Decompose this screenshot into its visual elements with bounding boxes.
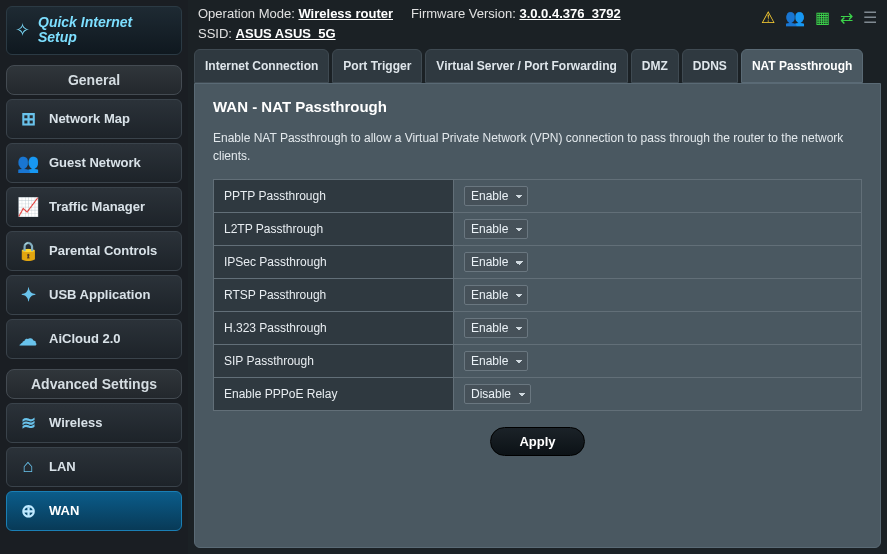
fw-link[interactable]: 3.0.0.4.376_3792 (519, 6, 620, 21)
sidebar-item-wan[interactable]: ⊕ WAN (6, 491, 182, 531)
advanced-section-header: Advanced Settings (6, 369, 182, 399)
setting-label: IPSec Passthrough (214, 246, 454, 279)
op-mode-link[interactable]: Wireless router (298, 6, 393, 21)
sidebar-item-guest-network[interactable]: 👥 Guest Network (6, 143, 182, 183)
network-map-icon: ⊞ (17, 108, 39, 130)
setting-row: L2TP PassthroughEnable (214, 213, 862, 246)
main-area: Operation Mode: Wireless router Firmware… (188, 0, 887, 554)
setting-label: SIP Passthrough (214, 345, 454, 378)
setting-value-cell: Enable (454, 246, 862, 279)
general-section-header: General (6, 65, 182, 95)
setting-row: SIP PassthroughEnable (214, 345, 862, 378)
setting-row: H.323 PassthroughEnable (214, 312, 862, 345)
printer-status-icon[interactable]: ☰ (863, 8, 877, 27)
tab-port-trigger[interactable]: Port Trigger (332, 49, 422, 83)
setting-select[interactable]: Enable (464, 252, 528, 272)
tab-nat-passthrough[interactable]: NAT Passthrough (741, 49, 863, 83)
sidebar-item-parental-controls[interactable]: 🔒 Parental Controls (6, 231, 182, 271)
tabs: Internet Connection Port Trigger Virtual… (188, 45, 887, 83)
tab-internet-connection[interactable]: Internet Connection (194, 49, 329, 83)
warning-icon[interactable]: ⚠ (761, 8, 775, 27)
clients-icon[interactable]: 👥 (785, 8, 805, 27)
setting-select[interactable]: Enable (464, 285, 528, 305)
fw-label: Firmware Version: (411, 6, 516, 21)
sidebar-item-network-map[interactable]: ⊞ Network Map (6, 99, 182, 139)
lan-icon: ⌂ (17, 456, 39, 477)
topbar: Operation Mode: Wireless router Firmware… (188, 0, 887, 45)
network-status-icon[interactable]: ▦ (815, 8, 830, 27)
setting-label: L2TP Passthrough (214, 213, 454, 246)
sidebar-item-traffic-manager[interactable]: 📈 Traffic Manager (6, 187, 182, 227)
setting-value-cell: Disable (454, 378, 862, 411)
setting-value-cell: Enable (454, 213, 862, 246)
apply-button[interactable]: Apply (490, 427, 584, 456)
sidebar-item-label: Guest Network (49, 156, 171, 170)
usb-icon: ✦ (17, 284, 39, 306)
wand-icon: ✧ (15, 19, 30, 41)
qis-label: Quick Internet Setup (38, 15, 173, 46)
setting-select[interactable]: Enable (464, 318, 528, 338)
sidebar-item-wireless[interactable]: ≋ Wireless (6, 403, 182, 443)
sidebar-item-label: Traffic Manager (49, 200, 171, 214)
setting-value-cell: Enable (454, 279, 862, 312)
sidebar-item-usb-application[interactable]: ✦ USB Application (6, 275, 182, 315)
usb-status-icon[interactable]: ⇄ (840, 8, 853, 27)
setting-select[interactable]: Enable (464, 219, 528, 239)
setting-row: RTSP PassthroughEnable (214, 279, 862, 312)
traffic-manager-icon: 📈 (17, 196, 39, 218)
sidebar-item-label: Parental Controls (49, 244, 171, 258)
sidebar-item-lan[interactable]: ⌂ LAN (6, 447, 182, 487)
wan-icon: ⊕ (17, 500, 39, 522)
sidebar-item-label: LAN (49, 460, 171, 474)
setting-value-cell: Enable (454, 345, 862, 378)
panel-title: WAN - NAT Passthrough (213, 98, 862, 115)
setting-row: Enable PPPoE RelayDisable (214, 378, 862, 411)
wireless-icon: ≋ (17, 412, 39, 434)
setting-label: H.323 Passthrough (214, 312, 454, 345)
panel: WAN - NAT Passthrough Enable NAT Passthr… (194, 83, 881, 548)
sidebar-item-aicloud[interactable]: ☁ AiCloud 2.0 (6, 319, 182, 359)
sidebar: ✧ Quick Internet Setup General ⊞ Network… (0, 0, 188, 554)
sidebar-item-label: Wireless (49, 416, 171, 430)
guest-network-icon: 👥 (17, 152, 39, 174)
ssid-link[interactable]: ASUS ASUS_5G (236, 26, 336, 41)
op-mode-label: Operation Mode: (198, 6, 295, 21)
cloud-icon: ☁ (17, 328, 39, 350)
settings-table: PPTP PassthroughEnableL2TP PassthroughEn… (213, 179, 862, 411)
setting-value-cell: Enable (454, 312, 862, 345)
setting-label: PPTP Passthrough (214, 180, 454, 213)
tab-ddns[interactable]: DDNS (682, 49, 738, 83)
setting-label: RTSP Passthrough (214, 279, 454, 312)
topbar-status-icons: ⚠ 👥 ▦ ⇄ ☰ (761, 4, 877, 27)
sidebar-item-label: Network Map (49, 112, 171, 126)
quick-internet-setup-button[interactable]: ✧ Quick Internet Setup (6, 6, 182, 55)
setting-value-cell: Enable (454, 180, 862, 213)
ssid-label: SSID: (198, 26, 232, 41)
sidebar-item-label: WAN (49, 504, 171, 518)
panel-description: Enable NAT Passthrough to allow a Virtua… (213, 129, 862, 165)
setting-label: Enable PPPoE Relay (214, 378, 454, 411)
setting-select[interactable]: Enable (464, 351, 528, 371)
setting-select[interactable]: Enable (464, 186, 528, 206)
lock-icon: 🔒 (17, 240, 39, 262)
setting-row: PPTP PassthroughEnable (214, 180, 862, 213)
tab-virtual-server[interactable]: Virtual Server / Port Forwarding (425, 49, 628, 83)
setting-select[interactable]: Disable (464, 384, 531, 404)
setting-row: IPSec PassthroughEnable (214, 246, 862, 279)
sidebar-item-label: USB Application (49, 288, 171, 302)
sidebar-item-label: AiCloud 2.0 (49, 332, 171, 346)
tab-dmz[interactable]: DMZ (631, 49, 679, 83)
